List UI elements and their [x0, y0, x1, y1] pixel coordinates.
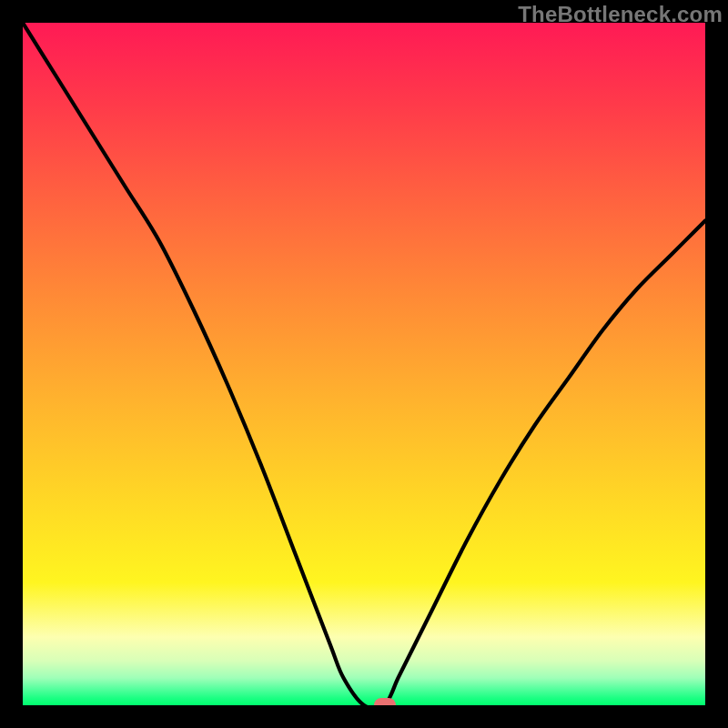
bottleneck-curve: [23, 23, 705, 705]
minimum-marker: [374, 698, 396, 705]
chart-container: TheBottleneck.com: [0, 0, 728, 728]
plot-area: [23, 23, 705, 705]
curve-svg: [23, 23, 705, 705]
